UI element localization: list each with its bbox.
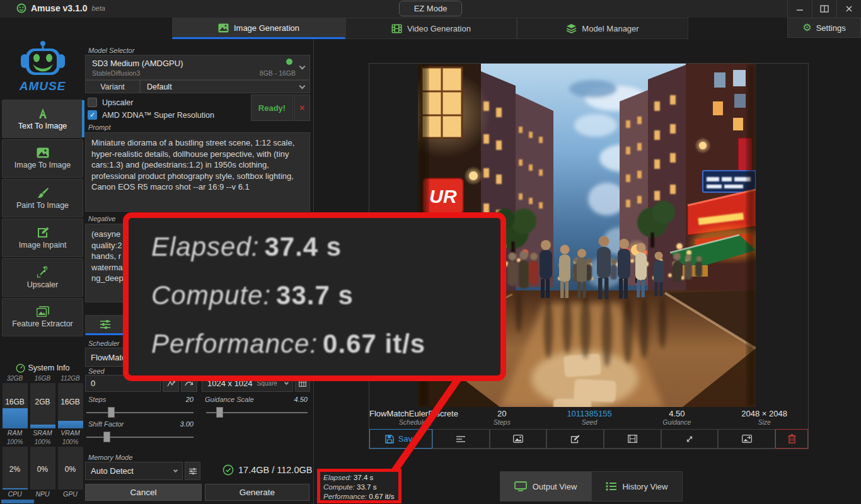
vram-used: 16GB bbox=[58, 398, 83, 406]
info-steps-label: Steps bbox=[458, 418, 546, 426]
minimize-button[interactable] bbox=[787, 0, 812, 18]
steps-slider[interactable] bbox=[86, 407, 194, 418]
neon-sign-text: UR bbox=[429, 186, 457, 207]
upscaler-checkbox[interactable] bbox=[88, 98, 97, 107]
sidebar-item-image-inpaint[interactable]: Image Inpaint bbox=[2, 219, 83, 257]
edit-square-icon bbox=[570, 435, 580, 444]
cpu-usage: 2% bbox=[3, 465, 28, 474]
ez-mode-button[interactable]: EZ Mode bbox=[399, 1, 462, 16]
history-view-label: History View bbox=[622, 482, 667, 491]
system-info: System Info 32GB 16GB RAM 16GB 2GB SRAM … bbox=[0, 362, 85, 498]
cpu-max: 100% bbox=[3, 438, 28, 447]
app-title-group: Amuse v3.1.0 beta bbox=[16, 3, 105, 13]
shift-factor-slider-thumb[interactable] bbox=[103, 432, 110, 442]
scheduler-label: Scheduler bbox=[88, 340, 120, 347]
status-compute: Compute: 33.7 s bbox=[323, 483, 395, 492]
maximize-button[interactable] bbox=[812, 0, 836, 18]
guidance-value: 4.50 bbox=[287, 396, 308, 403]
info-seed-label: Seed bbox=[546, 418, 633, 426]
chevron-down-icon bbox=[284, 381, 289, 385]
memory-mode-dropdown[interactable]: Auto Detect bbox=[85, 462, 183, 480]
send-to-image-button[interactable] bbox=[490, 429, 547, 449]
gear-icon: ⚙ bbox=[802, 23, 811, 33]
variant-dropdown[interactable]: Default bbox=[140, 80, 310, 93]
save-label: Save bbox=[398, 434, 417, 444]
info-seed-value[interactable]: 1011385155 bbox=[546, 408, 633, 418]
unload-model-button[interactable]: × bbox=[294, 94, 310, 121]
info-guidance-value: 4.50 bbox=[633, 408, 720, 418]
memory-settings-button[interactable] bbox=[185, 462, 200, 480]
npu-usage: 0% bbox=[30, 465, 55, 474]
ram-capacity: 32GB bbox=[3, 375, 28, 383]
memory-usage-indicator: 17.4GB / 112.0GB bbox=[222, 464, 312, 476]
maximize-icon bbox=[820, 5, 829, 13]
model-name: SD3 Medium (AMDGPU) bbox=[92, 59, 183, 68]
sidebar-item-image-to-image[interactable]: Image To Image bbox=[2, 139, 83, 178]
settings-button[interactable]: ⚙ Settings bbox=[787, 18, 861, 38]
save-floppy-icon bbox=[385, 435, 394, 444]
sram-used: 2GB bbox=[30, 398, 55, 406]
model-selector-label: Model Selector bbox=[88, 47, 134, 54]
gauge-icon bbox=[16, 364, 25, 373]
sidebar-item-label: Image Inpaint bbox=[19, 241, 67, 249]
steps-slider-thumb[interactable] bbox=[108, 407, 115, 418]
xdna-checkbox-label: AMD XDNA™ Super Resolution bbox=[102, 111, 214, 120]
sidebar-item-paint-to-image[interactable]: Paint To Image bbox=[2, 179, 83, 217]
send-to-video-button[interactable] bbox=[604, 429, 661, 449]
send-to-upscaler-button[interactable] bbox=[661, 429, 719, 449]
chevron-down-icon bbox=[299, 83, 306, 89]
text-icon bbox=[37, 108, 49, 119]
view-tabs: Output View History View bbox=[500, 471, 683, 501]
steps-label: Steps bbox=[88, 396, 106, 403]
tune-sliders-icon bbox=[188, 467, 197, 475]
tab-model-manager[interactable]: Model Manager bbox=[517, 18, 688, 39]
cpu-label: CPU bbox=[3, 490, 28, 498]
shift-factor-slider[interactable] bbox=[86, 432, 194, 442]
save-button[interactable]: Save bbox=[369, 429, 432, 449]
cancel-button[interactable]: Cancel bbox=[85, 484, 202, 501]
ready-status-button[interactable]: Ready! bbox=[251, 94, 293, 121]
sram-capacity: 16GB bbox=[30, 375, 55, 383]
chevron-down-icon bbox=[173, 468, 178, 472]
minimize-icon bbox=[796, 5, 804, 13]
close-button[interactable] bbox=[836, 0, 861, 18]
memory-mode-value: Auto Detect bbox=[91, 466, 134, 476]
info-steps-value: 20 bbox=[458, 408, 546, 418]
sidebar-item-feature-extractor[interactable]: Feature Extractor bbox=[2, 298, 83, 336]
steps-value: 20 bbox=[180, 396, 194, 403]
model-dropdown[interactable]: SD3 Medium (AMDGPU) StableDiffusion3 8GB… bbox=[85, 55, 310, 80]
performance-callout: Elapsed:37.4 s Compute:33.7 s Performanc… bbox=[123, 212, 506, 381]
status-performance: Performance: 0.67 it/s bbox=[323, 492, 395, 501]
generate-button[interactable]: Generate bbox=[205, 484, 309, 501]
beta-tag: beta bbox=[92, 4, 105, 12]
tab-label: Model Manager bbox=[582, 24, 639, 33]
guidance-slider-thumb[interactable] bbox=[216, 407, 223, 418]
variant-label-cell: Variant bbox=[85, 80, 140, 93]
xdna-checkbox[interactable]: ✓ bbox=[88, 110, 97, 120]
delete-button[interactable] bbox=[775, 429, 808, 449]
metadata-button[interactable] bbox=[432, 429, 490, 449]
seed-label: Seed bbox=[88, 367, 105, 375]
prompt-textarea[interactable]: Miniature diorama of a bustling street s… bbox=[85, 132, 310, 212]
gpu-label: GPU bbox=[58, 490, 83, 498]
amuse-logo-icon bbox=[16, 3, 26, 13]
left-rail: AMUSE Text To Image Image To Image Paint… bbox=[0, 39, 85, 504]
image-layers-icon bbox=[37, 306, 49, 317]
tab-output-view[interactable]: Output View bbox=[500, 471, 591, 501]
guidance-slider[interactable] bbox=[206, 407, 308, 418]
export-image-button[interactable] bbox=[718, 429, 775, 449]
image-icon bbox=[218, 23, 229, 33]
output-view-label: Output View bbox=[533, 482, 577, 491]
tab-video-generation[interactable]: Video Generation bbox=[345, 18, 517, 39]
sidebar-item-text-to-image[interactable]: Text To Image bbox=[2, 100, 83, 138]
sidebar-item-label: Image To Image bbox=[14, 161, 71, 169]
expand-arrows-icon bbox=[37, 266, 49, 278]
tab-image-generation[interactable]: Image Generation bbox=[172, 18, 345, 39]
history-list-icon bbox=[606, 482, 616, 491]
gpu-max: 100% bbox=[58, 438, 83, 447]
sidebar-item-upscaler[interactable]: Upscaler bbox=[2, 258, 83, 297]
tab-label: Video Generation bbox=[407, 24, 471, 33]
tab-history-view[interactable]: History View bbox=[591, 471, 683, 501]
send-to-inpaint-button[interactable] bbox=[546, 429, 604, 449]
gpu-bar: 0% bbox=[58, 447, 83, 490]
